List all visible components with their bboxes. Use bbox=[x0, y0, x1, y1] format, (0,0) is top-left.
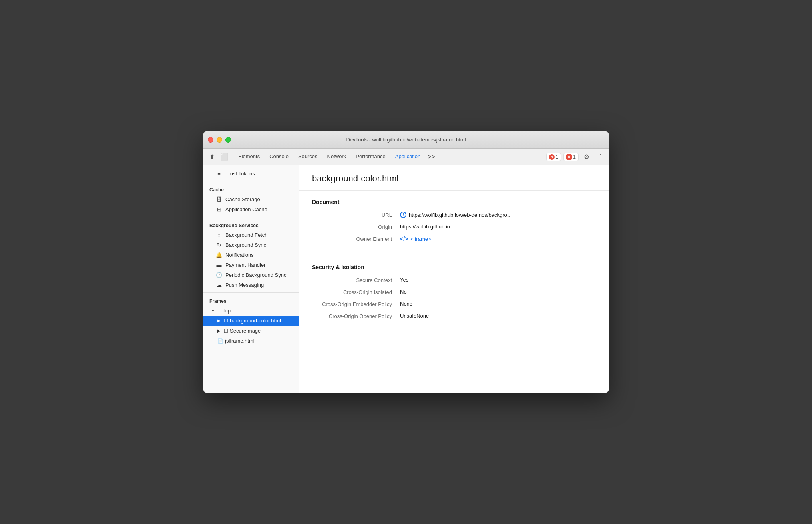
more-tabs-button[interactable]: >> bbox=[425, 153, 438, 161]
cross-origin-embedder-text: None bbox=[400, 301, 412, 307]
window-title: DevTools - wolfib.github.io/web-demos/js… bbox=[346, 137, 466, 143]
sidebar-item-cache-storage[interactable]: 🗄 Cache Storage bbox=[203, 194, 299, 204]
tab-performance[interactable]: Performance bbox=[351, 149, 390, 165]
sidebar-item-push-messaging[interactable]: ☁ Push Messaging bbox=[203, 280, 299, 290]
bg-services-section-header: Background Services bbox=[203, 220, 299, 230]
cross-origin-isolated-text: No bbox=[400, 289, 407, 295]
periodic-bg-sync-label: Periodic Background Sync bbox=[225, 272, 286, 278]
content-wrapper: background-color.html Document URL https… bbox=[299, 165, 609, 393]
background-sync-icon: ↻ bbox=[216, 242, 222, 248]
cross-origin-embedder-row: Cross-Origin Embedder Policy None bbox=[312, 301, 596, 307]
sidebar-item-background-fetch[interactable]: ↕ Background Fetch bbox=[203, 230, 299, 240]
error-icon-orange: ✕ bbox=[566, 154, 572, 160]
title-bar: DevTools - wolfib.github.io/web-demos/js… bbox=[203, 131, 609, 149]
device-icon[interactable]: ⬜ bbox=[219, 151, 230, 163]
background-fetch-label: Background Fetch bbox=[225, 232, 268, 238]
traffic-lights bbox=[208, 137, 231, 143]
cross-origin-opener-label: Cross-Origin Opener Policy bbox=[312, 313, 400, 319]
sidebar-item-trust-tokens[interactable]: ≡ Trust Tokens bbox=[203, 169, 299, 179]
main-area: ≡ Trust Tokens Cache 🗄 Cache Storage ⊞ A… bbox=[203, 165, 609, 393]
error-badge-2[interactable]: ✕ 1 bbox=[563, 153, 579, 161]
sidebar: ≡ Trust Tokens Cache 🗄 Cache Storage ⊞ A… bbox=[203, 165, 299, 393]
url-text: https://wolfib.github.io/web-demos/backg… bbox=[409, 212, 512, 218]
arrow-right-icon: ▶ bbox=[217, 318, 222, 323]
error-count-1: 1 bbox=[556, 154, 559, 160]
origin-value: https://wolfib.github.io bbox=[400, 224, 450, 230]
content-panel: background-color.html Document URL https… bbox=[299, 165, 609, 393]
notifications-label: Notifications bbox=[225, 252, 254, 258]
cross-origin-opener-row: Cross-Origin Opener Policy UnsafeNone bbox=[312, 313, 596, 319]
sidebar-item-periodic-bg-sync[interactable]: 🕐 Periodic Background Sync bbox=[203, 270, 299, 280]
push-messaging-icon: ☁ bbox=[216, 282, 222, 288]
top-label: top bbox=[223, 308, 231, 314]
cross-origin-opener-value: UnsafeNone bbox=[400, 313, 429, 319]
secure-context-text: Yes bbox=[400, 277, 408, 283]
close-button[interactable] bbox=[208, 137, 213, 143]
sidebar-item-top[interactable]: ▼ ☐ top bbox=[203, 306, 299, 316]
iframe-icon: ☐ bbox=[224, 318, 228, 324]
secure-image-icon: ☐ bbox=[224, 328, 228, 334]
secure-image-label: SecureImage bbox=[230, 328, 261, 334]
cross-origin-isolated-label: Cross-Origin Isolated bbox=[312, 289, 400, 295]
origin-text: https://wolfib.github.io bbox=[400, 224, 450, 230]
app-cache-label: Application Cache bbox=[225, 206, 267, 212]
sidebar-item-background-sync[interactable]: ↻ Background Sync bbox=[203, 240, 299, 250]
sidebar-item-app-cache[interactable]: ⊞ Application Cache bbox=[203, 204, 299, 214]
document-section: Document URL https://wolfib.github.io/we… bbox=[299, 191, 609, 256]
tab-sources[interactable]: Sources bbox=[293, 149, 322, 165]
error-badge-1[interactable]: ✕ 1 bbox=[546, 153, 561, 161]
tab-network[interactable]: Network bbox=[322, 149, 351, 165]
toolbar-icons: ⬆ ⬜ bbox=[206, 151, 230, 163]
cache-storage-icon: 🗄 bbox=[216, 196, 222, 202]
cross-origin-embedder-label: Cross-Origin Embedder Policy bbox=[312, 301, 400, 307]
sidebar-item-jsframe[interactable]: 📄 jslframe.html bbox=[203, 336, 299, 346]
iframe-link[interactable]: <iframe> bbox=[410, 236, 431, 242]
file-icon: 📄 bbox=[217, 338, 223, 344]
tab-application[interactable]: Application bbox=[390, 149, 426, 165]
sidebar-item-bg-color[interactable]: ▶ ☐ background-color.html bbox=[203, 316, 299, 326]
devtools-window: DevTools - wolfib.github.io/web-demos/js… bbox=[203, 131, 609, 393]
arrow-down-icon: ▼ bbox=[211, 308, 216, 313]
settings-icon[interactable]: ⚙ bbox=[581, 151, 592, 163]
maximize-button[interactable] bbox=[225, 137, 231, 143]
cross-origin-embedder-value: None bbox=[400, 301, 412, 307]
toolbar: ⬆ ⬜ Elements Console Sources Network Per… bbox=[203, 149, 609, 165]
sidebar-item-secure-image[interactable]: ▶ ☐ SecureImage bbox=[203, 326, 299, 336]
sidebar-item-payment-handler[interactable]: ▬ Payment Handler bbox=[203, 260, 299, 270]
security-section-title: Security & Isolation bbox=[312, 264, 596, 270]
error-icon-red: ✕ bbox=[549, 154, 555, 160]
minimize-button[interactable] bbox=[217, 137, 222, 143]
jsframe-label: jslframe.html bbox=[225, 338, 255, 344]
sidebar-item-notifications[interactable]: 🔔 Notifications bbox=[203, 250, 299, 260]
url-label: URL bbox=[312, 212, 400, 218]
cache-section-header: Cache bbox=[203, 184, 299, 194]
more-options-icon[interactable]: ⋮ bbox=[595, 151, 606, 163]
sidebar-divider-1 bbox=[203, 181, 299, 181]
document-section-title: Document bbox=[312, 199, 596, 205]
origin-row: Origin https://wolfib.github.io bbox=[312, 224, 596, 230]
notifications-icon: 🔔 bbox=[216, 252, 222, 258]
app-cache-icon: ⊞ bbox=[216, 206, 222, 212]
background-fetch-icon: ↕ bbox=[216, 232, 222, 238]
cache-storage-label: Cache Storage bbox=[225, 196, 260, 202]
periodic-bg-sync-icon: 🕐 bbox=[216, 272, 222, 278]
content-title: background-color.html bbox=[299, 165, 609, 191]
cross-origin-isolated-value: No bbox=[400, 289, 407, 295]
url-value: https://wolfib.github.io/web-demos/backg… bbox=[400, 212, 512, 218]
url-row: URL https://wolfib.github.io/web-demos/b… bbox=[312, 212, 596, 218]
owner-element-value: </> <iframe> bbox=[400, 236, 431, 242]
tab-console[interactable]: Console bbox=[265, 149, 293, 165]
url-info-icon bbox=[400, 212, 406, 218]
sidebar-divider-3 bbox=[203, 292, 299, 293]
tab-elements[interactable]: Elements bbox=[233, 149, 265, 165]
owner-element-label: Owner Element bbox=[312, 236, 400, 242]
sidebar-divider-2 bbox=[203, 217, 299, 217]
cursor-icon[interactable]: ⬆ bbox=[206, 151, 217, 163]
bg-color-label: background-color.html bbox=[230, 318, 281, 324]
code-icon: </> bbox=[400, 236, 408, 242]
push-messaging-label: Push Messaging bbox=[225, 282, 264, 288]
frames-section-header: Frames bbox=[203, 295, 299, 306]
error-count-2: 1 bbox=[573, 154, 576, 160]
cross-origin-opener-text: UnsafeNone bbox=[400, 313, 429, 319]
tab-bar: Elements Console Sources Network Perform… bbox=[233, 149, 546, 165]
